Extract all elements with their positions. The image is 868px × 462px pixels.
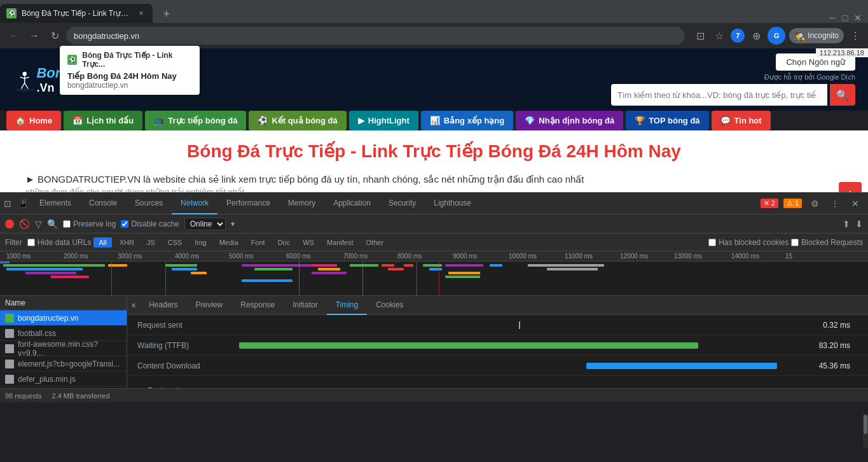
filter-doc[interactable]: Doc [273,237,296,248]
timing-tab-response[interactable]: Response [231,296,284,315]
file-list-header: Name [0,296,127,311]
svg-point-1 [23,72,27,76]
tab-console[interactable]: Console [80,193,126,214]
minimize-button[interactable]: ─ [827,13,837,23]
throttle-select[interactable]: Online [184,218,226,230]
svg-line-4 [25,77,29,78]
address-text: bongdatructiep.vn [74,31,139,41]
tab-sources[interactable]: Sources [126,193,172,214]
back-button[interactable]: ← [5,27,23,45]
tab-performance[interactable]: Performance [217,193,279,214]
timing-row-download: Content Download 45.36 ms [127,356,868,376]
nav-schedule[interactable]: 📅 Lịch thi đấu [64,111,142,130]
mark-8000: 8000 ms [397,253,422,260]
browser-tab[interactable]: ⚽ Bóng Đá Trực Tiếp - Link Trực T... × [0,4,153,23]
filter-img[interactable]: Img [189,237,211,248]
tooltip-url-text: Bóng Đá Trực Tiếp - Link Trực... [82,51,192,69]
timeline-bar-18 [404,264,413,267]
timeline-bar-1 [3,264,105,267]
tab-network[interactable]: Network [172,193,217,214]
close-button[interactable]: ✕ [853,13,863,23]
file-icon-3 [5,360,14,368]
clear-button[interactable]: 🚫 [19,219,30,229]
nav-results[interactable]: ⚽ Kết quả bóng đá [249,111,346,130]
file-item-4[interactable]: defer_plus.min.js [0,372,127,387]
new-tab-button[interactable]: + [158,5,176,23]
bookmark-icon[interactable]: ☆ [712,28,727,43]
export-icon[interactable]: ⬇ [855,219,863,229]
timing-tab-timing[interactable]: Timing [327,296,368,315]
tab-lighthouse[interactable]: Lighthouse [425,193,480,214]
request-count: 98 requests [5,392,41,400]
file-item-3[interactable]: element.js?cb=googleTransl... [0,356,127,372]
timing-label-request-sent: Request sent [137,321,239,330]
extension-icon[interactable]: ⊕ [748,28,764,43]
scroll-top-button[interactable]: ▲ [839,182,862,192]
nav-live[interactable]: 📺 Trực tiếp bóng đá [145,111,246,130]
timing-panel-close[interactable]: × [127,296,140,314]
filter-toggle-button[interactable]: ▽ [35,219,42,229]
nav-news[interactable]: 💬 Tin hot [712,111,771,130]
explanation-link[interactable]: Explanation [137,381,858,388]
file-item-1[interactable]: football.css [0,326,127,341]
has-blocked-cookies-checkbox[interactable]: Has blocked cookies [708,238,789,247]
profile-button[interactable]: G [768,27,785,45]
nav-standings[interactable]: 📊 Bảng xếp hạng [421,111,514,130]
tab-elements[interactable]: Elements [31,193,80,214]
tab-security[interactable]: Security [380,193,425,214]
extension-7-icon[interactable]: 7 [731,29,745,43]
mark-2000: 2000 ms [64,253,88,260]
filter-other[interactable]: Other [361,237,389,248]
import-icon[interactable]: ⬆ [843,219,850,229]
hide-data-urls-checkbox[interactable]: Hide data URLs [27,238,92,247]
search-network-button[interactable]: 🔍 [47,219,58,229]
maximize-button[interactable]: □ [840,13,850,23]
disable-cache-checkbox[interactable]: Disable cache [121,220,179,228]
file-list: Name bongdatructiep.vn football.css font… [0,296,127,388]
timing-tab-preview[interactable]: Preview [187,296,232,315]
tab-memory[interactable]: Memory [279,193,324,214]
timing-tab-headers[interactable]: Headers [140,296,186,315]
devtools-close-icon[interactable]: ✕ [848,196,863,211]
filter-all[interactable]: All [93,237,111,248]
menu-button[interactable]: ⋮ [848,28,863,43]
address-input-wrap[interactable]: ⚽ Bóng Đá Trực Tiếp - Link Trực... Tiếp … [66,27,685,45]
mark-3000: 3000 ms [118,253,142,260]
tab-close-button[interactable]: × [136,8,146,18]
incognito-button[interactable]: 🕵 Incognito [789,28,844,43]
timing-tab-initiator[interactable]: Initiator [284,296,326,315]
toolbar-icons: ⊡ ☆ 7 ⊕ G 🕵 Incognito ⋮ [692,27,863,45]
filter-manifest[interactable]: Manifest [322,237,359,248]
nav-analysis[interactable]: 💎 Nhận định bóng đá [516,111,623,130]
devtools-inspect-icon[interactable]: ⊡ [0,196,15,211]
search-button[interactable]: 🔍 [830,84,855,106]
timeline-area: 1000 ms 2000 ms 3000 ms 4000 ms 5000 ms … [0,251,868,296]
search-input[interactable] [611,84,827,106]
filter-ws[interactable]: WS [298,237,319,248]
tab-application[interactable]: Application [324,193,380,214]
file-item-0[interactable]: bongdatructiep.vn [0,311,127,326]
tab-title: Bóng Đá Trực Tiếp - Link Trực T... [22,9,131,18]
record-button[interactable] [5,220,14,228]
nav-top[interactable]: 🏆 TOP bóng đá [626,111,708,130]
nav-highlight[interactable]: ▶ HightLight [349,111,418,130]
filter-css[interactable]: CSS [163,237,188,248]
filter-xhr[interactable]: XHR [114,237,139,248]
filter-media[interactable]: Media [214,237,244,248]
preserve-log-checkbox[interactable]: Preserve log [63,220,116,228]
nav-home[interactable]: 🏠 Home [6,111,61,130]
filter-js[interactable]: JS [142,237,160,248]
cast-icon[interactable]: ⊡ [692,28,708,43]
devtools-device-icon[interactable]: 📱 [15,196,31,211]
browser-frame: ⚽ Bóng Đá Trực Tiếp - Link Trực T... × +… [0,0,868,462]
blocked-requests-checkbox[interactable]: Blocked Requests [791,238,863,247]
devtools-more-icon[interactable]: ⋮ [827,196,843,211]
refresh-button[interactable]: ↻ [46,27,64,45]
devtools-settings-icon[interactable]: ⚙ [807,196,822,211]
file-item-2[interactable]: font-awesome.min.css?v=9.9... [0,341,127,356]
timing-tab-cookies[interactable]: Cookies [367,296,412,315]
forward-button[interactable]: → [25,27,43,45]
filter-font[interactable]: Font [246,237,270,248]
timeline-marker-2 [165,262,166,296]
logo-svg [13,57,36,102]
